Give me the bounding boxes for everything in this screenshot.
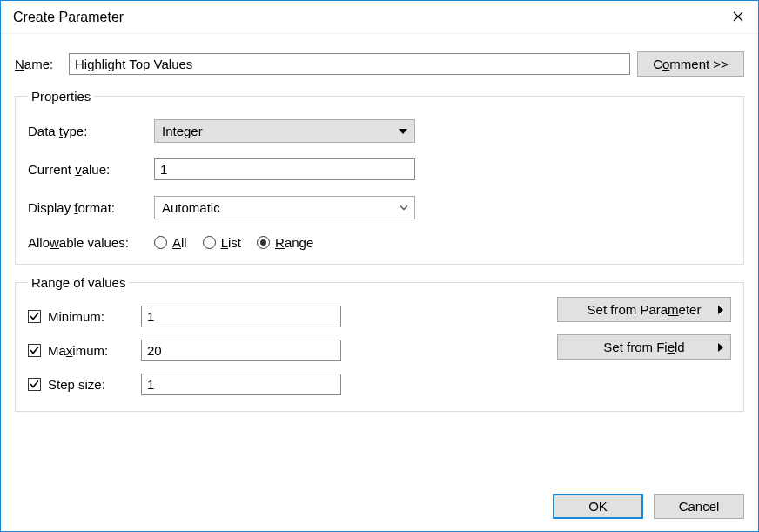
range-buttons: Set from Parameter Set from Field bbox=[557, 297, 731, 395]
radio-range[interactable]: Range bbox=[257, 235, 313, 250]
current-value-row: Current value: bbox=[28, 158, 731, 180]
data-type-value: Integer bbox=[162, 124, 203, 138]
radio-icon bbox=[257, 236, 270, 249]
current-value-input[interactable] bbox=[154, 158, 415, 180]
current-value-label: Current value: bbox=[28, 162, 154, 177]
name-label: Name: bbox=[15, 57, 62, 71]
dialog-footer: OK Cancel bbox=[1, 492, 758, 531]
range-group: Range of values Minimum: bbox=[15, 275, 744, 412]
dialog-title: Create Parameter bbox=[13, 10, 124, 25]
set-from-parameter-button[interactable]: Set from Parameter bbox=[557, 297, 731, 322]
minimum-checkbox[interactable]: Minimum: bbox=[28, 309, 141, 324]
set-from-field-button[interactable]: Set from Field bbox=[557, 334, 731, 360]
dialog-content: Name: Comment >> Properties Data type: I… bbox=[1, 34, 758, 492]
data-type-label: Data type: bbox=[28, 124, 154, 138]
name-input[interactable] bbox=[69, 53, 630, 75]
maximum-label: Maximum: bbox=[48, 343, 108, 358]
chevron-down-icon bbox=[399, 200, 409, 215]
range-left: Minimum: Maximum: bbox=[28, 297, 341, 395]
display-format-dropdown[interactable]: Automatic bbox=[154, 196, 415, 219]
maximum-checkbox[interactable]: Maximum: bbox=[28, 343, 141, 358]
minimum-label: Minimum: bbox=[48, 309, 104, 324]
checkbox-icon bbox=[28, 310, 41, 323]
allowable-values-row: Allowable values: All List Range bbox=[28, 235, 731, 250]
titlebar: Create Parameter bbox=[1, 1, 758, 34]
properties-group: Properties Data type: Integer Current va… bbox=[15, 89, 744, 265]
checkbox-icon bbox=[28, 344, 41, 357]
arrow-right-icon bbox=[718, 306, 723, 314]
maximum-input[interactable] bbox=[141, 340, 341, 361]
step-input[interactable] bbox=[141, 374, 341, 395]
step-checkbox[interactable]: Step size: bbox=[28, 377, 141, 392]
step-row: Step size: bbox=[28, 374, 341, 395]
properties-legend: Properties bbox=[28, 89, 94, 104]
display-format-label: Display format: bbox=[28, 200, 154, 215]
display-format-value: Automatic bbox=[162, 200, 220, 215]
step-label: Step size: bbox=[48, 377, 105, 392]
create-parameter-dialog: Create Parameter Name: Comment >> Proper… bbox=[0, 0, 759, 532]
radio-icon bbox=[203, 236, 216, 249]
close-icon bbox=[733, 10, 743, 24]
display-format-row: Display format: Automatic bbox=[28, 196, 731, 219]
maximum-row: Maximum: bbox=[28, 340, 341, 361]
radio-icon bbox=[154, 236, 167, 249]
allowable-values-label: Allowable values: bbox=[28, 235, 154, 250]
ok-button[interactable]: OK bbox=[553, 494, 643, 519]
data-type-dropdown[interactable]: Integer bbox=[154, 119, 415, 143]
data-type-row: Data type: Integer bbox=[28, 119, 731, 143]
comment-button[interactable]: Comment >> bbox=[637, 51, 744, 77]
radio-list[interactable]: List bbox=[203, 235, 241, 250]
minimum-input[interactable] bbox=[141, 306, 341, 327]
range-legend: Range of values bbox=[28, 275, 129, 290]
close-button[interactable] bbox=[718, 1, 758, 33]
arrow-right-icon bbox=[718, 343, 723, 352]
allowable-values-radio-group: All List Range bbox=[154, 235, 313, 250]
checkbox-icon bbox=[28, 378, 41, 391]
minimum-row: Minimum: bbox=[28, 306, 341, 327]
cancel-button[interactable]: Cancel bbox=[654, 494, 744, 519]
caret-down-icon bbox=[399, 129, 407, 134]
radio-all[interactable]: All bbox=[154, 235, 187, 250]
name-row: Name: Comment >> bbox=[15, 51, 744, 77]
